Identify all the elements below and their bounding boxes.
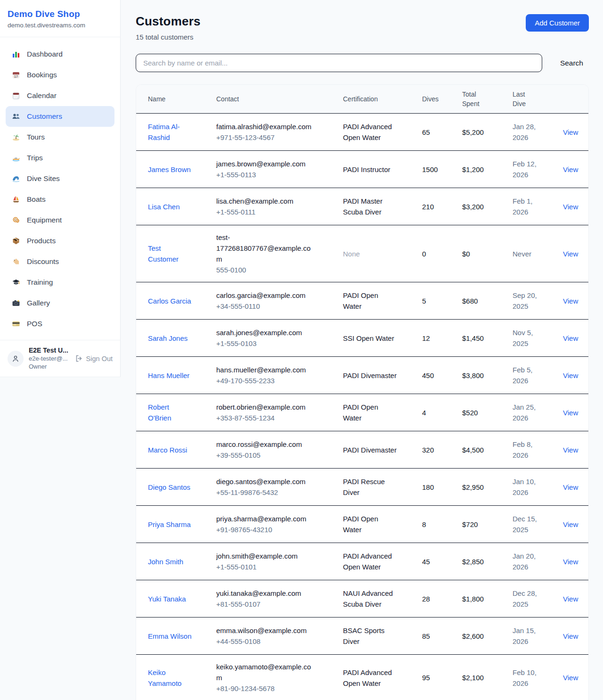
customer-phone: +55-11-99876-5432 (216, 487, 316, 498)
customer-contact: lisa.chen@example.com+1-555-0111 (216, 189, 343, 224)
customer-name-link[interactable]: Robert O'Brien (148, 402, 193, 423)
customer-certification: BSAC Sports Diver (343, 618, 422, 653)
search-row: Search (136, 54, 589, 72)
customer-phone: +81-90-1234-5678 (216, 683, 316, 694)
customer-total-spent: $2,100 (462, 666, 513, 690)
sidebar-item-label: Customers (27, 112, 62, 121)
customer-name-link[interactable]: Marco Rossi (148, 445, 187, 455)
column-header-contact: Contact (216, 90, 343, 108)
camera-icon (11, 298, 21, 308)
customer-name-link[interactable]: Fatima Al-Rashid (148, 121, 193, 143)
sign-out-label: Sign Out (86, 355, 113, 362)
sidebar-item-training[interactable]: Training (6, 272, 114, 293)
customer-dives: 210 (422, 195, 462, 219)
search-input[interactable] (136, 54, 542, 72)
sidebar-item-equipment[interactable]: Equipment (6, 210, 114, 231)
customer-contact: marco.rossi@example.com+39-555-0105 (216, 432, 343, 467)
view-link[interactable]: View (563, 334, 578, 342)
view-link[interactable]: View (563, 203, 578, 211)
customer-dives: 320 (422, 438, 462, 462)
customer-email: hans.mueller@example.com (216, 364, 316, 375)
sidebar-item-trips[interactable]: Trips (6, 148, 114, 168)
customer-last-dive: Feb 1, 2026 (513, 189, 563, 224)
customer-name-link[interactable]: Lisa Chen (148, 201, 180, 212)
wave-icon (11, 174, 21, 183)
customer-name-link[interactable]: Hans Mueller (148, 370, 189, 381)
customer-name-link[interactable]: Yuki Tanaka (148, 593, 186, 604)
customer-total-spent: $2,950 (462, 475, 513, 499)
customer-dives: 95 (422, 666, 462, 690)
sidebar-item-discounts[interactable]: Discounts (6, 251, 114, 272)
customer-last-dive: Sep 20, 2025 (513, 283, 563, 318)
view-link[interactable]: View (563, 520, 578, 528)
customer-email: fatima.alrashid@example.com (216, 121, 316, 132)
view-link[interactable]: View (563, 128, 578, 136)
customer-email: james.brown@example.com (216, 158, 316, 169)
customer-certification: PADI Advanced Open Water (343, 660, 422, 695)
customer-name-link[interactable]: Priya Sharma (148, 519, 191, 530)
sidebar-item-dashboard[interactable]: Dashboard (6, 44, 114, 65)
customer-contact: priya.sharma@example.com+91-98765-43210 (216, 507, 343, 542)
customer-last-dive: Dec 28, 2025 (513, 581, 563, 616)
sidebar-item-boats[interactable]: Boats (6, 189, 114, 210)
view-link[interactable]: View (563, 165, 578, 173)
customer-certification: PADI Divemaster (343, 438, 422, 462)
view-link[interactable]: View (563, 483, 578, 491)
page-title: Customers (136, 14, 201, 29)
customer-total-spent: $2,600 (462, 624, 513, 648)
customer-name-link[interactable]: Sarah Jones (148, 333, 187, 344)
customer-contact: fatima.alrashid@example.com+971-55-123-4… (216, 115, 343, 149)
customer-name-link[interactable]: John Smith (148, 556, 183, 567)
customer-email: test-1772681807767@example.com (216, 232, 316, 264)
customer-contact: sarah.jones@example.com+1-555-0103 (216, 321, 343, 355)
view-link[interactable]: View (563, 409, 578, 417)
table-row: Test Customertest-1772681807767@example.… (136, 225, 588, 282)
view-link[interactable]: View (563, 371, 578, 379)
customer-dives: 0 (422, 242, 462, 266)
customer-contact: james.brown@example.com+1-555-0113 (216, 152, 343, 187)
customer-phone: +353-87-555-1234 (216, 412, 316, 423)
customer-phone: +1-555-0111 (216, 206, 316, 217)
customer-contact: keiko.yamamoto@example.com+81-90-1234-56… (216, 655, 343, 700)
customer-last-dive: Nov 5, 2025 (513, 321, 563, 355)
table-row: John Smithjohn.smith@example.com+1-555-0… (136, 543, 588, 580)
customer-name-link[interactable]: Keiko Yamamoto (148, 667, 193, 689)
view-link[interactable]: View (563, 595, 578, 603)
sidebar-item-dive-sites[interactable]: Dive Sites (6, 168, 114, 189)
customer-name-link[interactable]: Test Customer (148, 243, 193, 264)
sidebar-item-gallery[interactable]: Gallery (6, 293, 114, 313)
view-link[interactable]: View (563, 632, 578, 640)
customer-dives: 28 (422, 587, 462, 611)
sidebar-item-bookings[interactable]: 17Bookings (6, 65, 114, 85)
customer-contact: hans.mueller@example.com+49-170-555-2233 (216, 358, 343, 393)
sidebar-item-pos[interactable]: POS (6, 313, 114, 334)
customer-phone: +44-555-0108 (216, 636, 316, 647)
customer-email: robert.obrien@example.com (216, 402, 316, 412)
customer-certification: PADI Advanced Open Water (343, 544, 422, 579)
view-link[interactable]: View (563, 446, 578, 454)
sidebar-item-tours[interactable]: Tours (6, 127, 114, 148)
customer-certification: PADI Instructor (343, 157, 422, 181)
view-link[interactable]: View (563, 297, 578, 305)
view-link[interactable]: View (563, 558, 578, 566)
customer-name-link[interactable]: Diego Santos (148, 482, 190, 493)
sign-out-icon (75, 354, 83, 362)
customer-name-link[interactable]: Carlos Garcia (148, 296, 191, 306)
view-link[interactable]: View (563, 250, 578, 258)
customer-certification: PADI Divemaster (343, 363, 422, 387)
customer-contact: diego.santos@example.com+55-11-99876-543… (216, 469, 343, 504)
column-header-dives: Dives (422, 90, 462, 108)
island-icon (11, 132, 21, 142)
sidebar-item-products[interactable]: Products (6, 231, 114, 251)
sign-out-button[interactable]: Sign Out (75, 354, 113, 362)
sidebar-item-label: Tours (27, 133, 45, 141)
customer-phone: +39-555-0105 (216, 450, 316, 461)
customer-name-link[interactable]: Emma Wilson (148, 631, 192, 642)
search-button[interactable]: Search (554, 59, 589, 67)
view-link[interactable]: View (563, 674, 578, 682)
add-customer-button[interactable]: Add Customer (526, 14, 589, 32)
customer-name-link[interactable]: James Brown (148, 164, 191, 175)
sidebar-item-customers[interactable]: Customers (6, 106, 114, 127)
customer-email: yuki.tanaka@example.com (216, 588, 316, 599)
sidebar-item-calendar[interactable]: Calendar (6, 85, 114, 106)
